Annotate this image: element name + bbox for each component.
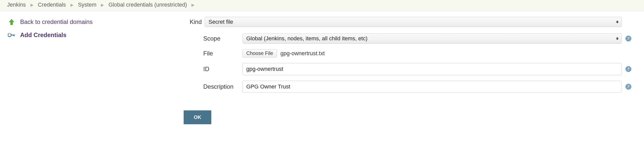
svg-point-4: [9, 33, 10, 34]
kind-label: Kind: [184, 18, 202, 25]
chevron-right-icon: ▶: [191, 3, 194, 7]
ok-button[interactable]: OK: [184, 110, 211, 124]
chevron-right-icon: ▶: [70, 3, 73, 7]
kind-select[interactable]: Secret file: [205, 17, 622, 27]
sidebar: Back to credential domains Add Credentia…: [8, 17, 184, 43]
svg-rect-3: [14, 35, 14, 36]
help-icon[interactable]: ?: [625, 66, 631, 72]
kind-select-value: Secret file: [209, 19, 233, 25]
scope-label: Scope: [184, 35, 239, 42]
description-label: Description: [184, 83, 239, 90]
svg-text:?: ?: [627, 36, 629, 41]
svg-text:?: ?: [627, 84, 629, 89]
svg-marker-0: [9, 19, 14, 25]
credentials-form: Kind Secret file Scope Global (Jenkins, …: [184, 17, 636, 130]
breadcrumb: Jenkins ▶ Credentials ▶ System ▶ Global …: [0, 0, 644, 11]
updown-caret-icon: [616, 21, 619, 23]
up-arrow-icon: [8, 18, 16, 25]
svg-text:?: ?: [627, 67, 629, 71]
choose-file-button[interactable]: Choose File: [243, 49, 277, 57]
description-input[interactable]: GPG Owner Trust: [243, 81, 622, 93]
breadcrumb-global-credentials[interactable]: Global credentials (unrestricted): [108, 2, 187, 8]
description-input-value: GPG Owner Trust: [246, 83, 290, 90]
breadcrumb-jenkins[interactable]: Jenkins: [7, 2, 26, 8]
help-icon[interactable]: ?: [625, 84, 631, 90]
sidebar-add-label: Add Credentials: [20, 32, 66, 39]
id-input[interactable]: gpg-ownertrust: [243, 63, 622, 75]
key-icon: [8, 32, 16, 38]
chevron-right-icon: ▶: [101, 3, 104, 7]
breadcrumb-credentials[interactable]: Credentials: [38, 2, 66, 8]
breadcrumb-system[interactable]: System: [78, 2, 96, 8]
sidebar-add-credentials[interactable]: Add Credentials: [8, 30, 184, 43]
scope-select-value: Global (Jenkins, nodes, items, all child…: [246, 35, 368, 42]
chosen-file-name: gpg-ownertrust.txt: [280, 50, 325, 57]
scope-select[interactable]: Global (Jenkins, nodes, items, all child…: [243, 34, 622, 44]
updown-caret-icon: [616, 37, 619, 40]
sidebar-back-to-domains[interactable]: Back to credential domains: [8, 17, 184, 30]
sidebar-back-label: Back to credential domains: [20, 18, 93, 25]
id-label: ID: [184, 66, 239, 73]
chevron-right-icon: ▶: [30, 3, 33, 7]
file-label: File: [184, 50, 239, 57]
id-input-value: gpg-ownertrust: [246, 66, 283, 72]
help-icon[interactable]: ?: [625, 36, 631, 42]
